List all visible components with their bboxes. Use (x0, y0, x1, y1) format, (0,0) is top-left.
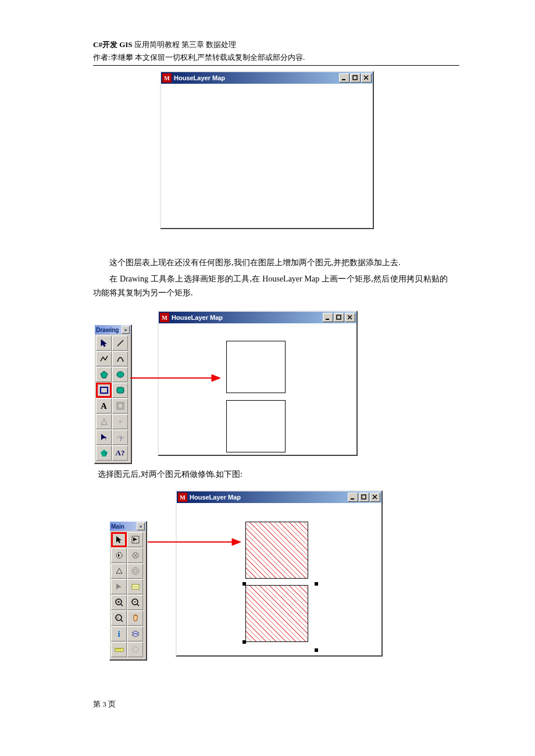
svg-rect-4 (101, 387, 108, 393)
svg-marker-15 (212, 375, 220, 381)
window-canvas[interactable] (177, 503, 381, 655)
toolbox-close-button[interactable]: × (122, 326, 130, 334)
svg-rect-39 (362, 495, 366, 499)
add-node-tool[interactable] (96, 414, 112, 429)
rectangle-tool[interactable] (96, 383, 112, 398)
window-titlebar[interactable]: M HouseLayer Map (161, 72, 373, 84)
sub-select-tool[interactable] (111, 579, 127, 594)
extra-tool[interactable] (127, 642, 143, 657)
svg-text:?: ? (105, 452, 107, 457)
toolbox-close-button[interactable]: × (137, 522, 145, 530)
zoom-region-tool[interactable]: ? (111, 611, 127, 626)
roundrect-tool[interactable] (112, 383, 128, 398)
maximize-button[interactable] (334, 313, 344, 322)
circle-select-tool[interactable] (127, 564, 143, 579)
minimize-button[interactable] (348, 493, 358, 502)
svg-point-37 (133, 647, 138, 652)
frame-tool[interactable] (112, 398, 128, 413)
selection-handle[interactable] (315, 648, 318, 652)
minimize-button[interactable] (323, 313, 333, 322)
text-tool[interactable]: A (96, 398, 112, 413)
line-tool[interactable] (112, 336, 128, 351)
rectangle-shape-2[interactable] (226, 400, 286, 452)
text-style-tool[interactable]: A? (112, 445, 128, 461)
lasso-tool[interactable] (127, 548, 143, 563)
window-canvas[interactable] (159, 323, 356, 455)
selection-handle[interactable] (242, 582, 246, 586)
svg-point-20 (134, 569, 137, 573)
svg-rect-12 (326, 319, 329, 320)
selection-handle[interactable] (242, 640, 246, 644)
marquee-tool[interactable] (111, 548, 127, 563)
toolbox-titlebar[interactable]: Main × (110, 522, 146, 531)
polygon-tool[interactable] (96, 367, 112, 382)
window-houselayer-1[interactable]: M HouseLayer Map (160, 71, 374, 229)
label-tool[interactable] (127, 579, 143, 594)
svg-text:?: ? (117, 616, 119, 621)
window-titlebar[interactable]: M HouseLayer Map (177, 491, 381, 503)
svg-text:?: ? (105, 436, 107, 441)
toolbox-title-text: Drawing (96, 327, 119, 333)
svg-line-24 (121, 604, 123, 606)
paragraph-2: 在 Drawing 工具条上选择画矩形的工具,在 HouseLayer Map … (93, 272, 448, 300)
zoom-in-tool[interactable] (111, 595, 127, 610)
selection-handle[interactable] (315, 582, 318, 586)
hatched-rectangle-2[interactable] (245, 585, 308, 642)
svg-rect-0 (342, 79, 345, 80)
maximize-button[interactable] (359, 493, 369, 502)
arc-tool[interactable] (112, 351, 128, 366)
close-button[interactable] (370, 493, 380, 502)
info-tool[interactable]: i (111, 626, 127, 641)
doc-author-line: 作者:李继攀 本文保留一切权利,严禁转载或复制全部或部分内容. (93, 52, 459, 63)
doc-header: C#开发 GIS 应用简明教程 第三章 数据处理 作者:李继攀 本文保留一切权利… (93, 40, 459, 66)
zoom-out-tool[interactable] (127, 595, 143, 610)
region-style-tool[interactable]: ? (96, 445, 112, 461)
pointer-arrow-1 (130, 372, 220, 384)
app-icon: M (178, 493, 187, 502)
svg-line-2 (117, 340, 123, 346)
window-title: HouseLayer Map (172, 314, 323, 321)
window-title: HouseLayer Map (190, 494, 348, 501)
toolbox-title-text: Main (111, 523, 124, 530)
arrow-tool[interactable] (111, 532, 127, 547)
app-icon: M (162, 73, 172, 83)
drawing-toolbox[interactable]: Drawing × A???A? (94, 324, 132, 464)
close-button[interactable] (361, 73, 372, 83)
main-toolbox[interactable]: Main × ?i (109, 521, 147, 661)
rectangle-shape-1[interactable] (226, 341, 286, 393)
doc-title-line: C#开发 GIS 应用简明教程 第三章 数据处理 (93, 40, 459, 50)
select-tool[interactable] (96, 336, 112, 351)
header-divider (93, 65, 459, 66)
style-tool[interactable]: ? (96, 430, 112, 445)
ellipse-tool[interactable] (112, 367, 128, 382)
polygon-select-tool[interactable] (111, 564, 127, 579)
polyline-tool[interactable] (96, 351, 112, 366)
close-button[interactable] (345, 313, 355, 322)
page-number: 第 3 页 (93, 699, 116, 709)
layer-tool[interactable] (127, 626, 143, 641)
svg-point-19 (132, 568, 139, 575)
window-houselayer-3[interactable]: M HouseLayer Map (176, 490, 383, 657)
move-node-tool[interactable] (112, 414, 128, 429)
options-tool[interactable]: ? (112, 430, 128, 445)
svg-line-31 (121, 620, 123, 622)
svg-rect-38 (351, 498, 354, 500)
hatched-rectangle-1[interactable] (245, 522, 308, 579)
pointer-arrow-2 (148, 536, 241, 548)
svg-rect-33 (115, 648, 123, 651)
svg-point-3 (117, 372, 124, 377)
svg-line-28 (137, 604, 139, 606)
maximize-button[interactable] (350, 73, 361, 83)
paragraph-1: 这个图层表上现在还没有任何图形,我们在图层上增加两个图元,并把数据添加上去. (93, 256, 448, 270)
toolbox-titlebar[interactable]: Drawing × (95, 325, 131, 334)
svg-text:?: ? (120, 437, 122, 442)
pan-tool[interactable] (127, 611, 143, 626)
select-rect-tool[interactable] (127, 532, 143, 547)
paragraph-3: 选择图元后,对两个图元稍做修饰.如下图: (98, 468, 447, 482)
svg-rect-13 (337, 315, 341, 319)
selected-shape-group[interactable] (242, 582, 310, 644)
ruler-tool[interactable] (111, 642, 127, 657)
minimize-button[interactable] (339, 73, 349, 83)
window-titlebar[interactable]: M HouseLayer Map (159, 312, 356, 323)
svg-rect-1 (353, 76, 357, 80)
